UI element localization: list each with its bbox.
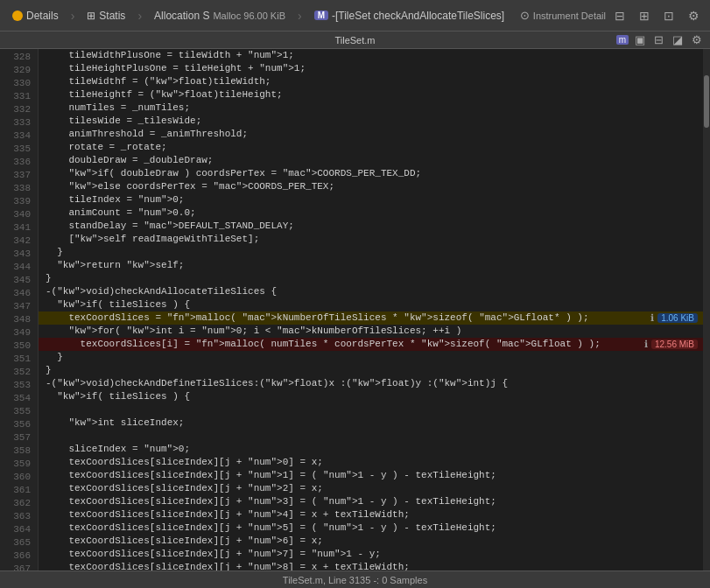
line-number: 338	[0, 182, 31, 195]
code-line-text: texCoordSlices = "fn">malloc( "mac">kNum…	[39, 312, 645, 325]
sep3: ›	[296, 9, 304, 23]
table-row: "kw">int sliceIndex;	[39, 416, 703, 430]
line-number: 360	[0, 471, 31, 484]
code-line-text: texCoordSlices[sliceIndex][j + "num">4] …	[39, 508, 703, 522]
table-row: texCoordSlices[sliceIndex][j + "num">4] …	[39, 508, 703, 522]
table-row: "kw">for( "kw">int i = "num">0; i < "mac…	[39, 325, 703, 338]
code-line-text: texCoordSlices[i] = "fn">malloc( numTile…	[39, 338, 639, 351]
code-line-text: tileWidthf = ("kw">float)tileWidth;	[39, 75, 703, 88]
toolbar-right: ⊙ Instrument Detail ⊟ ⊞ ⊡ ⚙	[520, 6, 705, 25]
gear-icon[interactable]: ⚙	[683, 6, 705, 25]
code-line-text: "kw">else coordsPerTex = "mac">COORDS_PE…	[39, 180, 703, 193]
scrollbar-thumb[interactable]	[704, 75, 709, 128]
table-row: "kw">if( doubleDraw ) coordsPerTex = "ma…	[39, 167, 703, 180]
sep2: ›	[136, 9, 144, 23]
table-row: texCoordSlices[sliceIndex][j + "num">0] …	[39, 456, 703, 469]
line-numbers: 3283293303313323333343353363373383393403…	[0, 49, 39, 570]
scrollbar-vertical[interactable]	[703, 49, 710, 570]
line-number: 328	[0, 51, 31, 64]
table-row: animCount = "num">0.0;	[39, 206, 703, 220]
table-row: numTiles = _numTiles;	[39, 102, 703, 115]
nav-icon[interactable]: ⊡	[658, 6, 679, 25]
code-line-text: texCoordSlices[sliceIndex][j + "num">2] …	[39, 482, 703, 495]
statis-label: Statis	[99, 10, 125, 22]
annotation-icon: ℹ	[650, 312, 654, 324]
code-content[interactable]: tileWidthPlusOne = tileWidth + "num">1; …	[39, 49, 703, 570]
line-annotation: ℹ12.56 MiB	[639, 338, 703, 351]
line-number: 365	[0, 536, 31, 550]
line-number: 332	[0, 103, 31, 116]
line-number: 363	[0, 510, 31, 523]
filename: TileSet.m	[334, 35, 375, 46]
line-number: 354	[0, 392, 31, 405]
tileset-label: -[TileSet checkAndAllocateTileSlices]	[332, 10, 504, 22]
code-line-text: texCoordSlices[sliceIndex][j + "num">8] …	[39, 561, 703, 570]
code-line-text: standDelay = "mac">DEFAULT_STAND_DELAY;	[39, 220, 703, 233]
table-row: }	[39, 364, 703, 377]
grid-icon[interactable]: ⊞	[634, 6, 655, 25]
details-label: Details	[26, 10, 59, 22]
table-row: }	[39, 272, 703, 285]
line-number: 344	[0, 261, 31, 274]
line-number: 342	[0, 234, 31, 248]
code-line-text: "kw">if( tileSlices ) {	[39, 298, 703, 312]
line-number: 362	[0, 497, 31, 510]
code-line-text: animThreshold = _animThreshold;	[39, 128, 703, 141]
instrument-detail-label: Instrument Detail	[533, 10, 606, 21]
table-row: animThreshold = _animThreshold;	[39, 128, 703, 141]
split-icon[interactable]: ⊟	[609, 6, 630, 25]
tileset-button[interactable]: M -[TileSet checkAndAllocateTileSlices]	[307, 7, 512, 24]
table-row: tileHeightPlusOne = tileHeight + "num">1…	[39, 62, 703, 75]
line-number: 335	[0, 143, 31, 156]
table-row: ["kw">self readImageWithTileSet];	[39, 233, 703, 246]
sep1: ›	[69, 9, 77, 23]
line-number: 361	[0, 484, 31, 497]
line-number: 336	[0, 156, 31, 169]
code-line-text: animCount = "num">0.0;	[39, 206, 703, 220]
line-number: 352	[0, 366, 31, 379]
line-number: 345	[0, 274, 31, 287]
view-toggle-3[interactable]: ◪	[670, 33, 685, 46]
line-number: 343	[0, 248, 31, 261]
view-settings[interactable]: ⚙	[689, 33, 705, 46]
instrument-detail-icon: ⊙	[520, 9, 530, 22]
line-number: 353	[0, 379, 31, 392]
line-number: 329	[0, 64, 31, 77]
code-line-text: -("kw">void)checkAndAllocateTileSlices {	[39, 285, 703, 298]
table-row: texCoordSlices[sliceIndex][j + "num">6] …	[39, 535, 703, 548]
line-number: 339	[0, 195, 31, 208]
code-line-text: "kw">for( "kw">int i = "num">0; i < "mac…	[39, 325, 703, 338]
details-button[interactable]: Details	[5, 7, 66, 24]
view-toggle-1[interactable]: ▣	[632, 33, 648, 46]
line-number: 355	[0, 405, 31, 418]
table-row: }	[39, 246, 703, 259]
line-number: 331	[0, 90, 31, 103]
code-line-text: "kw">int sliceIndex;	[39, 416, 703, 430]
allocation-button[interactable]: Allocation S Malloc 96.00 KiB	[147, 7, 292, 24]
table-row: texCoordSlices[sliceIndex][j + "num">5] …	[39, 522, 703, 535]
table-row: -("kw">void)checkAndAllocateTileSlices {	[39, 285, 703, 298]
code-line-text: sliceIndex = "num">0;	[39, 443, 703, 456]
table-row: tileHeightf = ("kw">float)tileHeight;	[39, 88, 703, 102]
table-row: -("kw">void)checkAndDefineTileSlices:("k…	[39, 377, 703, 390]
filename-bar: TileSet.m m ▣ ⊟ ◪ ⚙	[0, 32, 710, 49]
table-row: "kw">return "kw">self;	[39, 259, 703, 272]
table-row: "kw">if( tileSlices ) {	[39, 298, 703, 312]
code-line-text: tileHeightPlusOne = tileHeight + "num">1…	[39, 62, 703, 75]
table-row: texCoordSlices[sliceIndex][j + "num">3] …	[39, 495, 703, 508]
code-line-text: -("kw">void)checkAndDefineTileSlices:("k…	[39, 377, 703, 390]
statis-button[interactable]: ⊞ Statis	[80, 7, 132, 24]
code-line-text: "kw">if( doubleDraw ) coordsPerTex = "ma…	[39, 167, 703, 180]
code-line-text	[39, 430, 703, 443]
code-line-text: numTiles = _numTiles;	[39, 102, 703, 115]
line-number: 349	[0, 326, 31, 340]
code-line-text: "kw">return "kw">self;	[39, 259, 703, 272]
table-row: texCoordSlices = "fn">malloc( "mac">kNum…	[39, 312, 703, 325]
line-annotation: ℹ1.06 KiB	[645, 312, 703, 325]
table-row: tileIndex = "num">0;	[39, 193, 703, 206]
code-line-text: texCoordSlices[sliceIndex][j + "num">0] …	[39, 456, 703, 469]
line-number: 359	[0, 458, 31, 471]
view-toggle-2[interactable]: ⊟	[651, 33, 666, 46]
m-small-icon: m	[616, 35, 629, 45]
table-row	[39, 430, 703, 443]
